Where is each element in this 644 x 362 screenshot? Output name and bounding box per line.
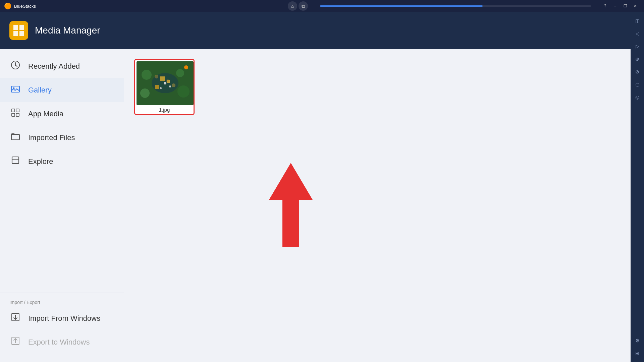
help-button[interactable]: ? xyxy=(600,1,610,11)
svg-rect-14 xyxy=(12,157,19,164)
window-controls: ? − ❐ ✕ xyxy=(600,1,640,11)
sidebar-item-imported-files-label: Imported Files xyxy=(28,133,75,142)
sidebar-item-recently-added-label: Recently Added xyxy=(28,62,80,71)
svg-point-22 xyxy=(142,70,152,80)
sidebar-item-explore-label: Explore xyxy=(28,157,53,166)
rs-btn-2[interactable]: ◁ xyxy=(632,28,643,39)
page-title: Media Manager xyxy=(35,25,100,36)
clock-icon xyxy=(9,60,21,72)
sidebar-item-import[interactable]: Import From Windows xyxy=(0,306,124,330)
header-icon xyxy=(9,21,28,40)
sidebar-bottom: Import / Export Import From Windows xyxy=(0,289,124,357)
main-layout: Recently Added Gallery xyxy=(0,49,631,362)
svg-rect-13 xyxy=(11,134,19,140)
svg-rect-27 xyxy=(167,80,170,83)
rs-btn-8[interactable]: ⚙ xyxy=(632,335,643,346)
right-sidebar: ◫ ◁ ▷ ⊕ ⊘ ◌ ◎ ⚙ ⊞ xyxy=(631,12,644,362)
export-icon xyxy=(9,336,21,348)
app-logo: 🟠 xyxy=(4,2,11,10)
svg-point-31 xyxy=(160,87,162,89)
sidebar: Recently Added Gallery xyxy=(0,49,124,362)
svg-rect-9 xyxy=(12,109,15,112)
sidebar-item-gallery-label: Gallery xyxy=(28,86,52,95)
sidebar-item-export-label: Export to Windows xyxy=(28,338,90,347)
explore-icon xyxy=(9,156,21,167)
rs-btn-1[interactable]: ◫ xyxy=(632,15,643,26)
content-area: 1.jpg xyxy=(124,49,631,362)
svg-rect-3 xyxy=(19,31,24,36)
red-arrow-annotation xyxy=(269,163,313,248)
thumbnail-item[interactable]: 1.jpg xyxy=(134,59,195,115)
import-export-label: Import / Export xyxy=(0,297,124,306)
sidebar-item-imported-files[interactable]: Imported Files xyxy=(0,126,124,149)
rs-btn-5[interactable]: ⊘ xyxy=(632,66,643,77)
sidebar-item-app-media[interactable]: App Media xyxy=(0,102,124,126)
sidebar-item-import-label: Import From Windows xyxy=(28,314,100,323)
sidebar-item-explore[interactable]: Explore xyxy=(0,149,124,173)
svg-point-23 xyxy=(176,69,184,77)
header: Media Manager xyxy=(0,12,631,49)
svg-rect-26 xyxy=(160,76,165,81)
svg-point-21 xyxy=(152,73,178,93)
svg-point-29 xyxy=(164,82,166,84)
sidebar-item-recently-added[interactable]: Recently Added xyxy=(0,54,124,78)
svg-rect-20 xyxy=(137,61,194,105)
rs-btn-4[interactable]: ⊕ xyxy=(632,54,643,64)
svg-point-32 xyxy=(184,65,188,69)
thumbnail-image xyxy=(137,61,194,105)
rs-btn-6[interactable]: ◌ xyxy=(632,79,643,90)
grid-icon xyxy=(9,108,21,120)
rs-btn-9[interactable]: ⊞ xyxy=(632,348,643,359)
svg-rect-1 xyxy=(19,25,24,30)
thumbnail-filename: 1.jpg xyxy=(137,105,192,113)
close-button[interactable]: ✕ xyxy=(631,1,640,11)
svg-rect-2 xyxy=(13,31,18,36)
rs-btn-7[interactable]: ◎ xyxy=(632,92,643,103)
sidebar-item-gallery[interactable]: Gallery xyxy=(0,78,124,102)
import-icon xyxy=(9,312,21,324)
svg-point-30 xyxy=(169,85,171,87)
sidebar-item-export[interactable]: Export to Windows xyxy=(0,330,124,354)
svg-line-6 xyxy=(15,65,17,66)
minimize-button[interactable]: − xyxy=(610,1,620,11)
folder-icon xyxy=(9,132,21,143)
svg-point-25 xyxy=(140,88,150,98)
svg-rect-28 xyxy=(155,85,159,89)
svg-rect-0 xyxy=(13,25,18,30)
sidebar-item-app-media-label: App Media xyxy=(28,110,63,118)
titlebar: 🟠 BlueStacks ⌂ ⧉ ? − ❐ ✕ xyxy=(0,0,644,12)
app-title: BlueStacks xyxy=(14,4,285,9)
titlebar-nav: ⌂ ⧉ xyxy=(288,1,308,11)
rs-btn-3[interactable]: ▷ xyxy=(632,41,643,52)
sidebar-divider xyxy=(0,293,124,293)
gallery-icon xyxy=(9,84,21,96)
multi-nav-button[interactable]: ⧉ xyxy=(299,1,308,11)
svg-rect-12 xyxy=(16,113,19,116)
svg-rect-10 xyxy=(16,109,19,112)
home-nav-button[interactable]: ⌂ xyxy=(288,1,297,11)
svg-rect-11 xyxy=(12,113,15,116)
svg-point-24 xyxy=(177,85,190,98)
svg-marker-33 xyxy=(269,163,313,247)
svg-rect-15 xyxy=(12,159,19,160)
restore-button[interactable]: ❐ xyxy=(621,1,630,11)
